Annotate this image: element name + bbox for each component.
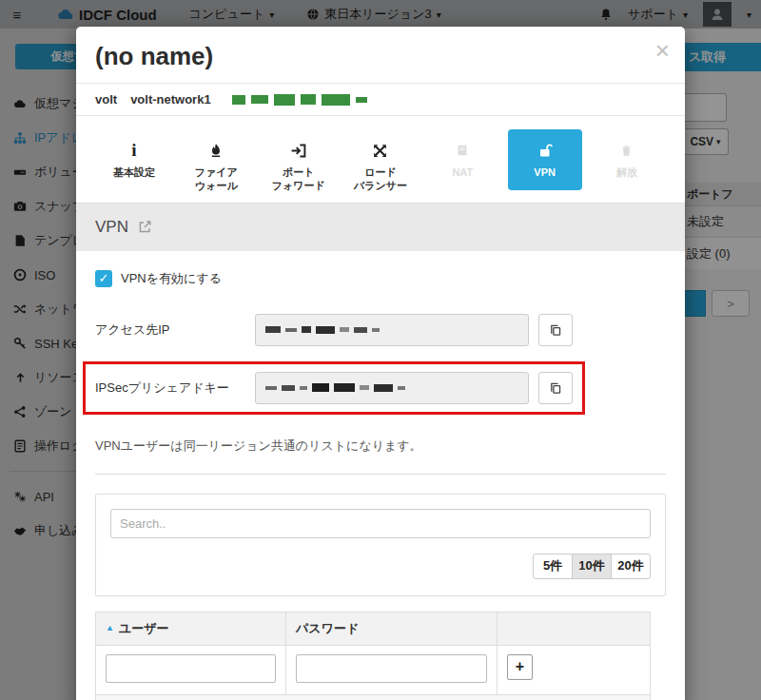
tab-label: VPN (508, 165, 582, 179)
tab-vpn[interactable]: VPN (508, 129, 582, 190)
column-header-user[interactable]: ▲ユーザー (96, 612, 286, 645)
divider (95, 474, 666, 475)
nat-icon (456, 144, 469, 157)
close-icon[interactable]: × (655, 38, 670, 63)
tab-label: 解放 (590, 165, 664, 179)
vpn-user-note: VPNユーザーは同一リージョン共通のリストになります。 (95, 438, 666, 455)
tab-port-forward[interactable]: ポート フォワード (262, 129, 336, 193)
copy-button[interactable] (538, 314, 573, 346)
network-account: volt (95, 92, 117, 107)
new-password-input[interactable] (296, 654, 487, 683)
page-size-10-button[interactable]: 10件 (572, 554, 612, 579)
tab-load-balancer[interactable]: ロード バランサー (343, 129, 418, 193)
page-size-group: 5件 10件 20件 (110, 554, 651, 579)
page-size-5-button[interactable]: 5件 (533, 554, 573, 579)
redacted-ip-blocks (232, 94, 367, 106)
access-ip-value (255, 314, 529, 346)
tab-release: 解放 (590, 129, 664, 190)
tab-basic-settings[interactable]: i 基本設定 (97, 129, 171, 190)
network-name: volt-network1 (130, 92, 211, 107)
field-label: IPSecプリシェアドキー (95, 379, 255, 397)
search-input[interactable] (110, 509, 651, 538)
column-header-password[interactable]: パスワード (286, 612, 498, 645)
tab-label: ポート フォワード (262, 165, 336, 193)
new-user-input[interactable] (106, 654, 276, 683)
user-search-panel: 5件 10件 20件 (95, 494, 666, 596)
red-highlight-box: IPSecプリシェアドキー (83, 361, 585, 415)
section-title: VPN (95, 218, 128, 237)
vpn-enable-label: VPNを有効にする (121, 270, 222, 287)
access-ip-row: アクセス先IP (95, 314, 666, 346)
lock-open-icon (537, 143, 553, 158)
tab-nat: NAT (425, 129, 499, 190)
field-label: アクセス先IP (95, 321, 255, 339)
tab-label: 基本設定 (97, 165, 171, 179)
tab-firewall[interactable]: ファイア ウォール (179, 129, 253, 193)
tab-label: ファイア ウォール (179, 165, 253, 193)
info-icon: i (131, 140, 136, 161)
column-header-actions (498, 612, 650, 645)
modal-title: (no name) (95, 42, 666, 71)
modal-tabs: i 基本設定 ファイア ウォール ポート フォワード ロード バランサー NAT… (76, 116, 685, 203)
sign-in-icon (290, 143, 306, 159)
copy-button[interactable] (538, 372, 573, 404)
ipsec-key-row: IPSecプリシェアドキー (95, 372, 573, 404)
tab-label: NAT (425, 165, 499, 179)
flame-icon (208, 143, 224, 158)
sort-asc-icon: ▲ (106, 623, 114, 632)
ipsec-key-value (255, 372, 529, 404)
copy-icon (549, 381, 562, 395)
column-label: パスワード (296, 621, 359, 635)
column-label: ユーザー (119, 621, 169, 635)
page-size-20-button[interactable]: 20件 (611, 554, 651, 579)
trash-icon (620, 145, 633, 157)
tab-label: ロード バランサー (343, 165, 418, 193)
add-user-button[interactable]: + (507, 654, 533, 680)
network-detail-modal: (no name) × volt volt-network1 i 基本設定 ファ… (76, 27, 685, 700)
vpn-enable-checkbox[interactable]: ✓ (95, 270, 112, 287)
arrows-icon (372, 143, 388, 159)
external-link-icon[interactable] (138, 220, 152, 234)
vpn-user-table: ▲ユーザー パスワード + 表示できる情報はありません。 (95, 612, 651, 700)
copy-icon (549, 323, 562, 337)
empty-message: 表示できる情報はありません。 (96, 694, 650, 700)
